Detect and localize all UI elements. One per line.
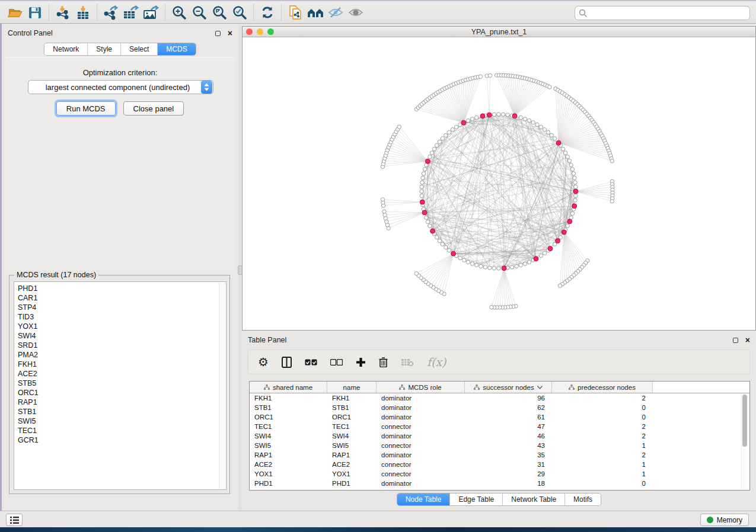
mcds-result-item[interactable]: STP4 (18, 303, 226, 312)
network-node[interactable] (492, 113, 496, 116)
table-row[interactable]: ACE2ACE2connector311 (250, 460, 749, 469)
network-canvas[interactable] (243, 37, 755, 330)
network-node[interactable] (566, 224, 569, 227)
network-node[interactable] (428, 155, 432, 159)
network-node[interactable] (435, 143, 439, 147)
delete-column-button[interactable] (379, 353, 388, 371)
network-node[interactable] (438, 239, 441, 242)
zoom-fit-button[interactable] (209, 4, 229, 21)
mcds-dominator-node[interactable] (502, 266, 506, 271)
network-node[interactable] (563, 151, 567, 155)
mcds-dominator-node[interactable] (567, 219, 572, 224)
network-node[interactable] (441, 242, 444, 246)
network-node[interactable] (569, 163, 573, 166)
mcds-dominator-node[interactable] (430, 229, 435, 233)
mcds-result-item[interactable]: ACE2 (18, 369, 226, 379)
mcds-result-item[interactable]: PHD1 (18, 284, 226, 293)
network-node[interactable] (454, 125, 458, 129)
network-node[interactable] (470, 117, 474, 121)
network-node[interactable] (421, 176, 425, 180)
export-table-button[interactable] (121, 4, 141, 21)
mcds-dominator-node[interactable] (512, 114, 517, 118)
zoom-selected-button[interactable] (229, 4, 250, 21)
network-node[interactable] (381, 198, 384, 201)
hide-selected-button[interactable] (326, 4, 346, 21)
network-node[interactable] (573, 176, 576, 180)
network-node[interactable] (492, 267, 496, 270)
network-node[interactable] (428, 224, 432, 227)
network-node[interactable] (572, 172, 575, 175)
show-all-button[interactable] (346, 4, 366, 21)
tab-motifs[interactable]: Motifs (564, 493, 601, 505)
mcds-result-item[interactable]: CAR1 (18, 293, 226, 303)
create-column-button[interactable] (356, 353, 366, 371)
mcds-dominator-node[interactable] (461, 120, 466, 125)
mcds-result-item[interactable]: SWI4 (18, 331, 226, 341)
mcds-dominator-node[interactable] (572, 204, 577, 209)
mcds-list-scrollbar[interactable] (219, 283, 225, 490)
network-node[interactable] (531, 121, 535, 124)
zoom-out-button[interactable] (189, 4, 209, 21)
network-node[interactable] (430, 151, 433, 155)
table-row[interactable]: STB1STB1dominator620 (250, 403, 749, 412)
mcds-dominator-node[interactable] (420, 200, 425, 204)
column-header-shared-name[interactable]: shared name (250, 382, 327, 393)
table-settings-button[interactable]: ⚙ (258, 353, 269, 371)
network-node[interactable] (570, 168, 574, 171)
column-header-predecessor-nodes[interactable]: predecessor nodes (552, 382, 653, 393)
search-input[interactable] (575, 6, 750, 20)
mcds-dominator-node[interactable] (548, 246, 553, 251)
network-node[interactable] (527, 118, 531, 122)
network-node[interactable] (523, 262, 527, 265)
network-node[interactable] (515, 264, 518, 268)
network-node[interactable] (397, 125, 401, 129)
table-row[interactable]: RAP1RAP1dominator352 (250, 450, 749, 460)
import-table-button[interactable] (73, 4, 93, 21)
mcds-dominator-node[interactable] (487, 113, 492, 117)
tab-edge-table[interactable]: Edge Table (449, 493, 502, 505)
mcds-result-item[interactable]: FKH1 (18, 360, 226, 369)
table-row[interactable]: YOX1YOX1connector291 (250, 469, 749, 479)
import-network-button[interactable] (53, 4, 73, 21)
table-row[interactable]: ORC1ORC1dominator610 (250, 412, 749, 422)
table-row[interactable]: SWI5SWI5connector431 (250, 441, 749, 450)
network-node[interactable] (566, 155, 569, 159)
network-node[interactable] (488, 73, 492, 77)
network-node[interactable] (488, 266, 492, 270)
network-node[interactable] (535, 123, 539, 126)
table-row[interactable]: SWI4SWI4dominator462 (250, 431, 749, 441)
network-node[interactable] (570, 211, 574, 215)
network-node[interactable] (567, 159, 571, 162)
close-panel-button[interactable]: Close panel (123, 101, 184, 116)
mcds-dominator-node[interactable] (562, 230, 566, 235)
tab-select[interactable]: Select (120, 43, 157, 55)
network-node[interactable] (447, 248, 451, 252)
table-row[interactable]: FKH1FKH1dominator962 (250, 393, 749, 403)
network-window-titlebar[interactable]: YPA_prune.txt_1 (243, 27, 755, 37)
mcds-result-item[interactable]: RAP1 (18, 398, 226, 407)
mcds-dominator-node[interactable] (534, 257, 538, 261)
select-all-columns-button[interactable] (305, 353, 317, 371)
network-node[interactable] (519, 116, 522, 119)
first-neighbors-button[interactable] (305, 4, 326, 21)
mcds-result-item[interactable]: STB5 (18, 379, 226, 388)
apply-layout-button[interactable] (257, 4, 277, 21)
export-network-button[interactable] (101, 4, 121, 21)
table-scrollbar-thumb[interactable] (742, 395, 747, 447)
tab-mcds[interactable]: MCDS (157, 43, 195, 55)
network-node[interactable] (425, 216, 428, 219)
mcds-dominator-node[interactable] (451, 251, 456, 256)
network-node[interactable] (553, 137, 556, 140)
mcds-result-item[interactable]: PMA2 (18, 350, 226, 360)
network-node[interactable] (548, 85, 551, 89)
network-node[interactable] (506, 113, 509, 117)
tab-network-table[interactable]: Network Table (502, 493, 564, 505)
network-node[interactable] (438, 140, 441, 143)
network-node[interactable] (479, 75, 482, 78)
network-node[interactable] (423, 168, 426, 171)
network-node[interactable] (543, 128, 546, 132)
network-node[interactable] (573, 198, 577, 202)
network-node[interactable] (561, 147, 564, 150)
mcds-result-item[interactable]: ORC1 (18, 388, 226, 398)
network-node[interactable] (444, 245, 448, 249)
